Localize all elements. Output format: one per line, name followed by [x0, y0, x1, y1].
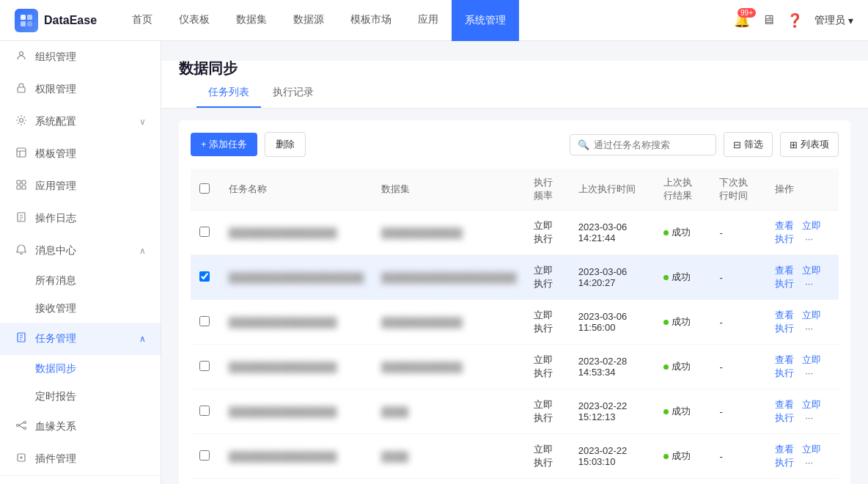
action-more-5[interactable]: ···	[805, 457, 813, 468]
user-menu[interactable]: 管理员 ▾	[814, 14, 853, 27]
svg-point-14	[17, 425, 19, 427]
lineage-icon	[15, 419, 28, 434]
lock-icon	[15, 82, 28, 97]
svg-rect-11	[22, 186, 26, 189]
delete-button[interactable]: 删除	[265, 132, 306, 157]
notification-badge: 99+	[738, 8, 756, 18]
table-row: ████████████████ ████████████ 立即执行 2023-…	[191, 210, 839, 255]
row-checkbox-5[interactable]	[199, 450, 210, 461]
cell-last-time-1: 2023-03-06 14:20:27	[570, 255, 655, 300]
filter-icon: ⊟	[733, 139, 741, 150]
search-input[interactable]	[594, 139, 696, 150]
sidebar-item-plugin[interactable]: 插件管理	[0, 443, 161, 475]
task-icon	[15, 331, 28, 346]
nav-apps[interactable]: 应用	[405, 0, 452, 41]
col-last-time: 上次执行时间	[570, 169, 655, 210]
table-row: ████████████████ ████ 立即执行 2023-02-22 15…	[191, 434, 839, 479]
sidebar-item-receive-mgmt[interactable]: 接收管理	[35, 295, 161, 323]
monitor-btn[interactable]: 🖥	[762, 12, 775, 28]
svg-rect-3	[27, 21, 32, 26]
tab-bar: 任务列表 执行记录	[161, 61, 868, 109]
nav-right: 🔔 99+ 🖥 ❓ 管理员 ▾	[734, 12, 853, 29]
row-checkbox-4[interactable]	[199, 406, 210, 416]
cell-next-time-4: -	[710, 389, 766, 434]
collapse-nav-btn[interactable]: ◀ 收起导航	[0, 475, 161, 484]
cell-task-name-2: ████████████████	[220, 300, 372, 345]
nav-dashboard[interactable]: 仪表板	[166, 0, 223, 41]
cell-dataset-4: ████	[372, 389, 525, 434]
cell-dataset-1: ████████████████████	[372, 255, 525, 300]
row-checkbox-2[interactable]	[199, 316, 210, 326]
sidebar-item-template[interactable]: 模板管理	[0, 138, 161, 170]
nav-template-market[interactable]: 模板市场	[337, 0, 405, 41]
cell-last-time-3: 2023-02-28 14:53:34	[570, 345, 655, 389]
action-view-5[interactable]: 查看	[775, 444, 794, 455]
sidebar-item-appmgmt[interactable]: 应用管理	[0, 170, 161, 202]
tab-exec-log[interactable]: 执行记录	[261, 78, 326, 108]
chevron-down-icon: ∨	[139, 117, 146, 127]
add-task-button[interactable]: + 添加任务	[191, 133, 257, 156]
action-view-4[interactable]: 查看	[775, 399, 794, 410]
action-view-3[interactable]: 查看	[775, 354, 794, 365]
sidebar-item-datasync[interactable]: 数据同步	[35, 355, 161, 383]
nav-home[interactable]: 首页	[119, 0, 166, 41]
action-more-1[interactable]: ···	[805, 278, 813, 289]
cell-last-result-0: 成功	[655, 210, 710, 255]
cell-last-result-3: 成功	[655, 345, 710, 389]
col-last-result: 上次执行结果	[655, 169, 710, 210]
cell-last-result-1: 成功	[655, 255, 710, 300]
table-row: ████████████████ ████ 立即执行 2023-02-22 15…	[191, 389, 839, 434]
sidebar-item-lineage[interactable]: 血缘关系	[0, 411, 161, 443]
action-more-2[interactable]: ···	[805, 323, 813, 334]
row-checkbox-0[interactable]	[199, 227, 210, 237]
svg-rect-0	[21, 15, 26, 20]
cell-last-time-0: 2023-03-06 14:21:44	[570, 210, 655, 255]
row-checkbox-3[interactable]	[199, 361, 210, 371]
table-area: + 添加任务 删除 🔍 ⊟ 筛选 ⊞ 列表项	[179, 120, 850, 484]
nav-dataset[interactable]: 数据集	[223, 0, 280, 41]
action-view-0[interactable]: 查看	[775, 220, 794, 231]
help-btn[interactable]: ❓	[787, 12, 803, 29]
sidebar-item-msgcenter[interactable]: 消息中心 ∧	[0, 235, 161, 267]
nav-sys-admin[interactable]: 系统管理	[452, 0, 519, 41]
cell-dataset-3: ████████████	[372, 345, 525, 389]
action-more-4[interactable]: ···	[805, 412, 813, 423]
sidebar-item-oplog[interactable]: 操作日志	[0, 202, 161, 235]
action-more-0[interactable]: ···	[805, 233, 813, 244]
sidebar-item-taskmgmt[interactable]: 任务管理 ∧	[0, 323, 161, 355]
logo[interactable]: DataEase	[15, 9, 97, 32]
chevron-down-icon: ▾	[848, 15, 853, 26]
action-view-1[interactable]: 查看	[775, 265, 794, 276]
tab-task-list[interactable]: 任务列表	[196, 78, 261, 108]
cell-task-name-1: ████████████████████	[220, 255, 372, 300]
cell-last-time-5: 2023-02-22 15:03:10	[570, 434, 655, 479]
sidebar-item-org[interactable]: 组织管理	[0, 41, 161, 73]
svg-rect-5	[18, 87, 25, 92]
cell-task-name-0: ████████████████	[220, 210, 372, 255]
sidebar-label-msgcenter: 消息中心	[35, 244, 76, 257]
cell-next-time-0: -	[710, 210, 766, 255]
sidebar-label-permission: 权限管理	[35, 83, 76, 96]
gear-icon	[15, 114, 28, 129]
table-row: ████████████████████ ███████████████████…	[191, 255, 839, 300]
log-icon	[15, 211, 28, 226]
sidebar-item-sysconfig[interactable]: 系统配置 ∨	[0, 106, 161, 138]
template-icon	[15, 147, 28, 161]
sidebar-item-all-messages[interactable]: 所有消息	[35, 267, 161, 295]
row-checkbox-1[interactable]	[199, 271, 210, 282]
sidebar-label-template: 模板管理	[35, 147, 76, 161]
filter-button[interactable]: ⊟ 筛选	[724, 132, 773, 157]
svg-point-4	[20, 52, 23, 56]
sidebar-item-permission[interactable]: 权限管理	[0, 73, 161, 106]
table-row: ████████████████ ████████████ 立即执行 2023-…	[191, 345, 839, 389]
sidebar-item-scheduled-report[interactable]: 定时报告	[35, 383, 161, 411]
columns-button[interactable]: ⊞ 列表项	[780, 132, 839, 157]
svg-rect-2	[21, 21, 26, 26]
notification-btn[interactable]: 🔔 99+	[734, 12, 750, 29]
sidebar-label-sysconfig: 系统配置	[35, 115, 76, 128]
select-all-checkbox[interactable]	[199, 183, 210, 194]
action-more-3[interactable]: ···	[805, 367, 813, 378]
svg-rect-1	[27, 15, 32, 20]
nav-datasource[interactable]: 数据源	[280, 0, 337, 41]
action-view-2[interactable]: 查看	[775, 309, 794, 320]
